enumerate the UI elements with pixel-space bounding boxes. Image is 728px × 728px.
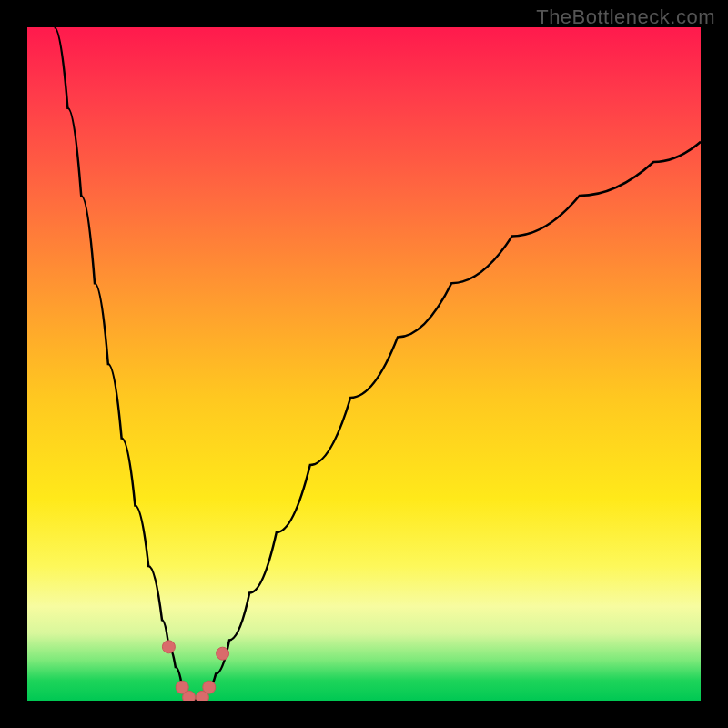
bottleneck-curve [27,27,701,701]
curve-right-branch [196,142,701,701]
watermark-text: TheBottleneck.com [536,5,715,29]
curve-marker [203,681,216,693]
chart-plot-area [27,27,701,701]
curve-left-branch [55,27,196,701]
curve-marker [183,691,196,701]
curve-marker [217,647,229,660]
curve-marker [162,641,175,653]
